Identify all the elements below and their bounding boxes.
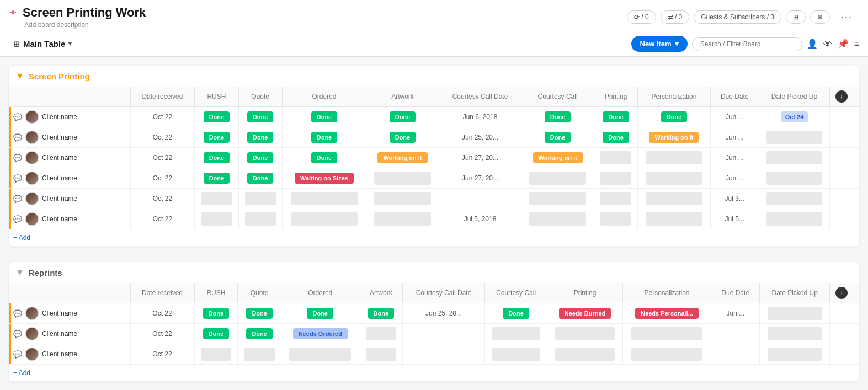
quote-cell[interactable] <box>238 189 282 209</box>
artwork-cell[interactable] <box>359 344 403 365</box>
guests-button[interactable]: Guests & Subscribers / 3 <box>694 10 781 24</box>
courtesy-call-cell[interactable] <box>521 209 594 229</box>
comment-icon[interactable]: 💬 <box>13 330 22 338</box>
board-subtitle[interactable]: Add board description <box>24 21 627 29</box>
comment-icon[interactable]: 💬 <box>13 309 22 318</box>
artwork-cell[interactable] <box>359 324 403 344</box>
courtesy-call-cell[interactable] <box>521 168 594 189</box>
hide-icon[interactable]: 👁 <box>823 39 832 49</box>
comment-icon[interactable]: 💬 <box>13 154 22 162</box>
printing-cell[interactable] <box>547 344 622 365</box>
date-picked-up-cell[interactable]: Oct 24 <box>759 107 829 127</box>
artwork-cell[interactable]: Working on it <box>366 148 439 168</box>
rush-cell[interactable] <box>195 189 238 209</box>
printing-cell[interactable] <box>594 209 637 229</box>
date-picked-up-cell[interactable] <box>759 344 829 365</box>
date-picked-up-cell[interactable] <box>759 324 829 344</box>
add-column-button[interactable]: + <box>835 90 848 103</box>
date-picked-up-cell[interactable] <box>759 127 829 148</box>
integration-button[interactable]: ⇄ ⇄ / 0 <box>661 10 690 24</box>
rush-cell[interactable]: Done <box>195 107 238 127</box>
rush-cell[interactable] <box>194 344 238 365</box>
date-picked-up-cell[interactable] <box>759 168 829 189</box>
printing-cell[interactable] <box>594 148 637 168</box>
col-add[interactable]: + <box>830 87 859 107</box>
quote-cell[interactable] <box>238 209 282 229</box>
pin-icon[interactable]: 📌 <box>838 39 849 49</box>
quote-cell[interactable]: Done <box>238 127 282 148</box>
artwork-cell[interactable]: Done <box>366 107 439 127</box>
ordered-cell[interactable]: Waiting on Sizes <box>282 168 366 189</box>
personalization-cell[interactable] <box>638 189 711 209</box>
col-add[interactable]: + <box>830 283 859 303</box>
comment-icon[interactable]: 💬 <box>13 133 22 142</box>
rush-cell[interactable] <box>195 209 238 229</box>
add-column-button-reprints[interactable]: + <box>835 287 848 299</box>
comment-icon[interactable]: 💬 <box>13 215 22 223</box>
date-picked-up-cell[interactable] <box>759 148 829 168</box>
artwork-cell[interactable] <box>366 189 439 209</box>
ordered-cell[interactable] <box>282 209 366 229</box>
ordered-cell[interactable]: Needs Ordered <box>281 324 359 344</box>
printing-cell[interactable] <box>594 189 637 209</box>
date-picked-up-cell[interactable] <box>759 303 829 324</box>
courtesy-call-cell[interactable]: Done <box>521 127 594 148</box>
quote-cell[interactable]: Done <box>238 324 281 344</box>
personalization-cell[interactable] <box>638 209 711 229</box>
personalization-cell[interactable]: Done <box>638 107 711 127</box>
courtesy-call-cell[interactable]: Done <box>484 303 547 324</box>
add-row[interactable]: + Add <box>9 229 859 247</box>
personalization-cell[interactable]: Working on it <box>638 127 711 148</box>
add-row-cell[interactable]: + Add <box>9 229 859 247</box>
printing-cell[interactable]: Needs Burned <box>547 303 622 324</box>
invite-button[interactable]: ⊕ <box>810 10 830 24</box>
courtesy-call-cell[interactable]: Done <box>521 107 594 127</box>
artwork-cell[interactable]: Done <box>366 127 439 148</box>
printing-cell[interactable]: Done <box>594 107 637 127</box>
automation-button[interactable]: ⟳ ⟳ / 0 <box>627 10 656 24</box>
apps-button[interactable]: ⊞ <box>786 10 806 24</box>
artwork-cell[interactable] <box>366 168 439 189</box>
quote-cell[interactable]: Done <box>238 148 282 168</box>
add-row[interactable]: + Add <box>9 365 859 382</box>
more-options-button[interactable]: ··· <box>834 9 859 25</box>
rush-cell[interactable]: Done <box>195 168 238 189</box>
personalization-cell[interactable] <box>622 324 711 344</box>
add-row-cell[interactable]: + Add <box>9 365 859 382</box>
courtesy-call-cell[interactable]: Working on it <box>521 148 594 168</box>
ordered-cell[interactable] <box>281 344 359 365</box>
comment-icon[interactable]: 💬 <box>13 174 22 183</box>
comment-icon[interactable]: 💬 <box>13 350 22 359</box>
filter-icon[interactable]: ≡ <box>854 39 859 49</box>
search-input[interactable] <box>692 37 802 51</box>
printing-cell[interactable]: Done <box>594 127 637 148</box>
artwork-cell[interactable] <box>366 209 439 229</box>
ordered-cell[interactable]: Done <box>282 148 366 168</box>
quote-cell[interactable]: Done <box>238 168 282 189</box>
quote-cell[interactable]: Done <box>238 303 281 324</box>
date-picked-up-cell[interactable] <box>759 189 829 209</box>
ordered-cell[interactable] <box>282 189 366 209</box>
courtesy-call-cell[interactable] <box>484 324 547 344</box>
date-picked-up-cell[interactable] <box>759 209 829 229</box>
ordered-cell[interactable]: Done <box>282 107 366 127</box>
rush-cell[interactable]: Done <box>195 148 238 168</box>
personalization-cell[interactable]: Needs Personali... <box>622 303 711 324</box>
main-table-button[interactable]: ⊞ Main Table ▾ <box>9 37 76 51</box>
courtesy-call-cell[interactable] <box>521 189 594 209</box>
artwork-cell[interactable]: Done <box>359 303 403 324</box>
personalization-cell[interactable] <box>622 344 711 365</box>
reprints-toggle-icon[interactable]: ▼ <box>15 268 24 277</box>
printing-cell[interactable] <box>594 168 637 189</box>
quote-cell[interactable]: Done <box>238 107 282 127</box>
personalization-cell[interactable] <box>638 168 711 189</box>
person-icon[interactable]: 👤 <box>807 39 818 49</box>
new-item-button[interactable]: New Item ▾ <box>631 36 688 52</box>
rush-cell[interactable]: Done <box>194 324 238 344</box>
rush-cell[interactable]: Done <box>195 127 238 148</box>
quote-cell[interactable] <box>238 344 281 365</box>
personalization-cell[interactable] <box>638 148 711 168</box>
comment-icon[interactable]: 💬 <box>13 113 22 121</box>
ordered-cell[interactable]: Done <box>282 127 366 148</box>
rush-cell[interactable]: Done <box>194 303 238 324</box>
